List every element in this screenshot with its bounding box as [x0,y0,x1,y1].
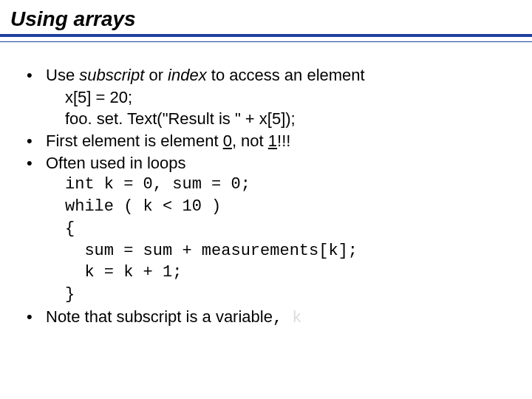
bullet-variable: Note that subscript is a variable, k [22,306,510,330]
text: or [144,66,168,84]
title-rule-thin [0,41,532,42]
bullet-first-element: First element is element 0, not 1!!! [22,130,510,152]
faded-k: k [292,309,301,327]
slide-body: Use subscript or index to access an elem… [0,64,532,329]
slide-title: Using arrays [0,0,532,34]
em-subscript: subscript [79,66,144,84]
one-underline: 1 [268,132,277,150]
code-block: int k = 0, sum = 0; while ( k < 10 ) { s… [22,174,510,305]
text: , not [232,132,268,150]
slide: Using arrays Use subscript or index to a… [0,0,532,399]
code-comma: , [273,309,292,327]
title-rule [0,34,532,37]
bullet-subscript: Use subscript or index to access an elem… [22,64,510,86]
text: First element is element [46,132,223,150]
text: Note that subscript is a variable [46,307,273,326]
em-index: index [168,66,207,84]
example-assign: x[5] = 20; [22,86,510,109]
text: Use [46,66,79,84]
zero-underline: 0 [223,132,232,150]
text: to access an element [207,66,365,84]
example-settext: foo. set. Text("Result is " + x[5]); [22,108,510,130]
text: !!! [277,132,290,150]
bullet-loops: Often used in loops [22,152,510,174]
